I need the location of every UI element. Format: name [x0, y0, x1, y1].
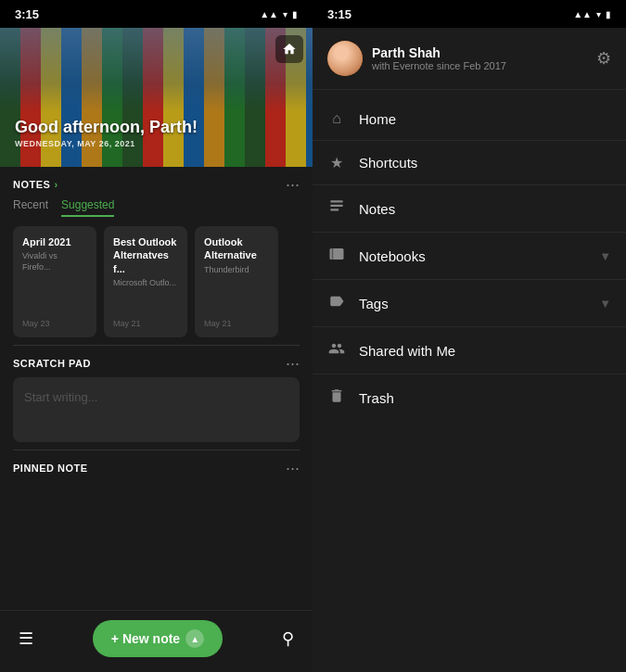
left-panel: 3:15 ▲▲ ▾ ▮ Good afternoon, Parth! WEDNE… [0, 0, 313, 672]
left-status-time: 3:15 [15, 7, 39, 21]
shortcuts-menu-icon: ★ [327, 154, 346, 171]
left-status-icons: ▲▲ ▾ ▮ [260, 9, 298, 19]
note-card-1[interactable]: Best Outlook Alternatves f... Microsoft … [104, 226, 187, 337]
pinned-note-more[interactable]: ··· [286, 460, 300, 476]
home-menu-icon: ⌂ [327, 110, 346, 127]
menu-notes-label: Notes [359, 201, 611, 217]
notebooks-chevron-icon: ▼ [599, 249, 611, 263]
user-header: Parth Shah with Evernote since Feb 2017 … [313, 28, 626, 90]
svg-rect-1 [330, 205, 343, 207]
right-battery-icon: ▮ [606, 9, 611, 19]
user-info: Parth Shah with Evernote since Feb 2017 [327, 41, 506, 76]
user-details: Parth Shah with Evernote since Feb 2017 [372, 45, 506, 71]
note-card-1-title: Best Outlook Alternatves f... [113, 235, 178, 275]
notes-title: NOTES › [13, 179, 57, 190]
menu-shortcuts-label: Shortcuts [359, 155, 611, 171]
notes-title-text: NOTES [13, 179, 50, 190]
shared-menu-icon [327, 340, 346, 361]
note-card-2-date: May 21 [204, 319, 269, 328]
menu-home-label: Home [359, 111, 611, 127]
menu-item-tags[interactable]: Tags ▼ [313, 280, 626, 327]
scratch-pad-section: SCRATCH PAD ··· Start writing... [0, 346, 313, 450]
note-card-0-date: May 23 [22, 319, 87, 328]
right-wifi-icon: ▾ [596, 9, 601, 19]
signal-icon: ▲▲ [260, 9, 278, 19]
pinned-note-header: PINNED NOTE ··· [13, 460, 300, 476]
scratch-pad-header: SCRATCH PAD ··· [13, 355, 300, 372]
pinned-note-section: PINNED NOTE ··· [0, 450, 313, 489]
hamburger-icon[interactable]: ☰ [19, 628, 33, 649]
new-note-button[interactable]: + New note ▲ [93, 620, 223, 657]
tab-recent[interactable]: Recent [13, 198, 48, 217]
home-icon [282, 42, 297, 57]
wifi-icon: ▾ [283, 9, 287, 19]
trash-menu-icon [327, 387, 346, 408]
right-status-icons: ▲▲ ▾ ▮ [573, 9, 611, 19]
avatar[interactable] [327, 41, 363, 76]
note-card-2-title: Outlook Alternative [204, 235, 269, 262]
left-status-bar: 3:15 ▲▲ ▾ ▮ [0, 0, 313, 28]
menu-item-notes[interactable]: Notes [313, 185, 626, 233]
battery-icon: ▮ [292, 9, 298, 19]
notes-tabs: Recent Suggested [13, 198, 300, 217]
pinned-note-title: PINNED NOTE [13, 463, 88, 474]
menu-trash-label: Trash [359, 390, 611, 406]
menu-list: ⌂ Home ★ Shortcuts Notes Notebooks ▼ Tag… [313, 90, 626, 672]
right-status-time: 3:15 [327, 7, 351, 21]
scratch-pad-more[interactable]: ··· [286, 355, 300, 372]
hero-text-block: Good afternoon, Parth! WEDNESDAY, MAY 26… [15, 118, 198, 148]
note-card-0-subtitle: Vivaldi vs Firefo... [22, 251, 87, 273]
user-since: with Evernote since Feb 2017 [372, 60, 506, 71]
right-status-bar: 3:15 ▲▲ ▾ ▮ [313, 0, 626, 28]
user-name: Parth Shah [372, 45, 506, 60]
notes-section-header: NOTES › ··· [13, 176, 300, 193]
svg-rect-2 [330, 209, 339, 210]
scratch-placeholder: Start writing... [24, 390, 97, 404]
search-icon[interactable]: ⚲ [282, 628, 294, 649]
scratch-pad-input[interactable]: Start writing... [13, 377, 300, 442]
menu-notebooks-label: Notebooks [359, 248, 586, 264]
hero-greeting: Good afternoon, Parth! [15, 118, 198, 137]
menu-item-notebooks[interactable]: Notebooks ▼ [313, 233, 626, 280]
menu-shared-label: Shared with Me [359, 343, 611, 359]
note-card-2-subtitle: Thunderbird [204, 265, 269, 276]
menu-item-home[interactable]: ⌂ Home [313, 97, 626, 141]
tags-chevron-icon: ▼ [599, 297, 611, 311]
note-card-0[interactable]: April 2021 Vivaldi vs Firefo... May 23 [13, 226, 96, 337]
new-note-chevron-icon[interactable]: ▲ [185, 629, 204, 648]
hero-home-button[interactable] [275, 35, 303, 63]
notebooks-menu-icon [327, 246, 346, 266]
note-card-0-title: April 2021 [22, 235, 87, 248]
new-note-label: + New note [111, 631, 180, 646]
notes-more-button[interactable]: ··· [286, 176, 300, 193]
note-card-2[interactable]: Outlook Alternative Thunderbird May 21 [195, 226, 278, 337]
note-card-1-subtitle: Microsoft Outlo... [113, 278, 178, 289]
menu-tags-label: Tags [359, 296, 586, 311]
note-card-1-date: May 21 [113, 319, 178, 328]
notes-card-list: April 2021 Vivaldi vs Firefo... May 23 B… [13, 226, 300, 337]
hero-date: WEDNESDAY, MAY 26, 2021 [15, 139, 198, 148]
hero-section: Good afternoon, Parth! WEDNESDAY, MAY 26… [0, 28, 313, 167]
right-signal-icon: ▲▲ [573, 9, 592, 19]
avatar-face [327, 41, 363, 76]
menu-item-trash[interactable]: Trash [313, 374, 626, 421]
bottom-bar: ☰ + New note ▲ ⚲ [0, 610, 313, 672]
notes-arrow[interactable]: › [54, 179, 57, 190]
tab-suggested[interactable]: Suggested [61, 198, 114, 217]
notes-section: NOTES › ··· Recent Suggested April 2021 … [0, 167, 313, 345]
scratch-pad-title: SCRATCH PAD [13, 358, 91, 369]
notes-menu-icon [327, 198, 346, 219]
right-panel: 3:15 ▲▲ ▾ ▮ Parth Shah with Evernote sin… [313, 0, 626, 672]
menu-item-shared[interactable]: Shared with Me [313, 327, 626, 374]
menu-item-shortcuts[interactable]: ★ Shortcuts [313, 141, 626, 185]
tags-menu-icon [327, 293, 346, 313]
gear-icon[interactable]: ⚙ [596, 48, 611, 69]
svg-rect-4 [332, 248, 334, 260]
svg-rect-0 [330, 200, 343, 202]
